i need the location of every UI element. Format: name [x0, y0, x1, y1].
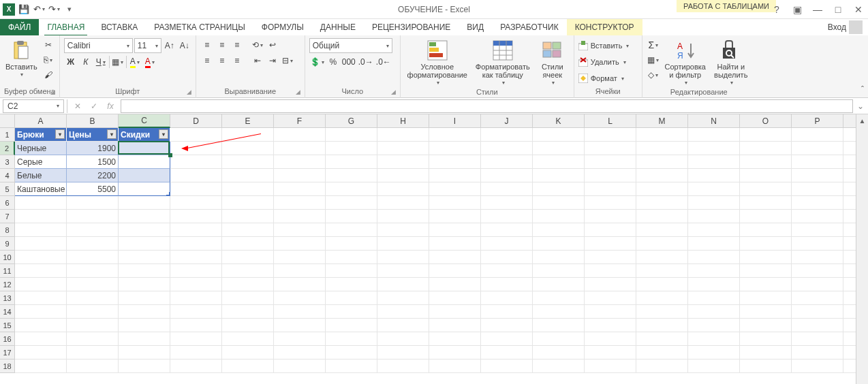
decrease-font-button[interactable]: A↓: [178, 39, 191, 52]
cell[interactable]: [533, 305, 585, 319]
col-header-C[interactable]: C: [119, 114, 170, 128]
cell[interactable]: [274, 278, 326, 291]
cell[interactable]: [377, 155, 429, 169]
cell[interactable]: [170, 346, 222, 359]
cell[interactable]: [170, 264, 222, 278]
cell[interactable]: [533, 237, 585, 251]
cell[interactable]: [792, 196, 843, 210]
cell[interactable]: Серые: [15, 155, 67, 169]
cell[interactable]: [740, 169, 792, 182]
tab-home[interactable]: ГЛАВНАЯ: [39, 19, 93, 35]
cell[interactable]: [15, 237, 67, 251]
cell[interactable]: [585, 182, 636, 196]
cell[interactable]: [481, 210, 533, 223]
cut-button[interactable]: ✂: [42, 38, 55, 52]
fill-color-button[interactable]: A▾: [128, 55, 142, 69]
col-header-D[interactable]: D: [170, 114, 222, 128]
cell[interactable]: [67, 332, 119, 346]
decrease-indent-button[interactable]: ⇤: [251, 54, 264, 67]
cell[interactable]: [481, 291, 533, 305]
cell[interactable]: [636, 291, 688, 305]
fill-handle[interactable]: [168, 153, 172, 157]
cell[interactable]: [688, 332, 740, 346]
cell[interactable]: [481, 182, 533, 196]
cell[interactable]: [481, 223, 533, 237]
cell[interactable]: [222, 223, 274, 237]
cell[interactable]: [170, 223, 222, 237]
cell[interactable]: [170, 332, 222, 346]
cell[interactable]: [481, 169, 533, 182]
tab-table-designer[interactable]: КОНСТРУКТОР: [567, 19, 642, 35]
cell[interactable]: [688, 182, 740, 196]
cell[interactable]: [326, 223, 377, 237]
cell[interactable]: [636, 359, 688, 373]
cell[interactable]: [170, 319, 222, 332]
number-launcher-icon[interactable]: ◢: [391, 89, 396, 95]
cell[interactable]: [274, 237, 326, 251]
cell[interactable]: [326, 128, 377, 142]
cell[interactable]: [688, 196, 740, 210]
cell[interactable]: [326, 210, 377, 223]
cell[interactable]: [636, 155, 688, 169]
align-top-button[interactable]: ≡: [200, 38, 214, 52]
table-resize-handle[interactable]: [166, 192, 170, 196]
row-header-10[interactable]: 10: [0, 251, 15, 264]
cell[interactable]: [585, 142, 636, 155]
cell[interactable]: [429, 278, 481, 291]
row-header-2[interactable]: 2: [0, 142, 15, 155]
row-header-14[interactable]: 14: [0, 305, 15, 319]
cell[interactable]: [326, 319, 377, 332]
cell[interactable]: [533, 291, 585, 305]
col-header-J[interactable]: J: [481, 114, 533, 128]
cell[interactable]: [326, 196, 377, 210]
name-box[interactable]: C2▾: [3, 99, 64, 113]
cell[interactable]: [15, 223, 67, 237]
cell[interactable]: [740, 305, 792, 319]
cell[interactable]: [481, 251, 533, 264]
cell[interactable]: [222, 291, 274, 305]
cell[interactable]: [585, 169, 636, 182]
collapse-ribbon-button[interactable]: ˆ: [861, 85, 864, 95]
col-header-L[interactable]: L: [585, 114, 636, 128]
cell[interactable]: [636, 305, 688, 319]
cell[interactable]: [119, 155, 170, 169]
cell[interactable]: [481, 264, 533, 278]
cell[interactable]: [170, 142, 222, 155]
cell[interactable]: [740, 210, 792, 223]
cell[interactable]: [222, 251, 274, 264]
orientation-button[interactable]: ⟲▾: [251, 38, 264, 52]
cell[interactable]: [119, 332, 170, 346]
cell[interactable]: [377, 210, 429, 223]
cell[interactable]: [274, 291, 326, 305]
underline-button[interactable]: Ч▾: [94, 55, 108, 69]
cell[interactable]: [377, 223, 429, 237]
sort-filter-button[interactable]: АЯ Сортировка и фильтр▾: [663, 38, 708, 88]
cell[interactable]: [792, 291, 843, 305]
cell[interactable]: [67, 359, 119, 373]
cell[interactable]: [533, 155, 585, 169]
cell[interactable]: [533, 196, 585, 210]
alignment-launcher-icon[interactable]: ◢: [296, 89, 300, 95]
cell[interactable]: [429, 264, 481, 278]
row-header-4[interactable]: 4: [0, 169, 15, 182]
col-header-O[interactable]: O: [740, 114, 792, 128]
italic-button[interactable]: К: [79, 55, 93, 69]
cell[interactable]: [792, 210, 843, 223]
cell[interactable]: [326, 169, 377, 182]
cell[interactable]: [222, 169, 274, 182]
cell[interactable]: [170, 291, 222, 305]
cell[interactable]: [429, 346, 481, 359]
cell[interactable]: [533, 210, 585, 223]
cell[interactable]: [326, 237, 377, 251]
cell[interactable]: [585, 155, 636, 169]
cell[interactable]: [792, 264, 843, 278]
cell[interactable]: [481, 346, 533, 359]
cell[interactable]: [170, 196, 222, 210]
cell[interactable]: [533, 332, 585, 346]
cell[interactable]: [326, 291, 377, 305]
cell[interactable]: [67, 305, 119, 319]
cell[interactable]: [688, 264, 740, 278]
cell[interactable]: [326, 305, 377, 319]
cell[interactable]: [533, 278, 585, 291]
cell[interactable]: [636, 264, 688, 278]
